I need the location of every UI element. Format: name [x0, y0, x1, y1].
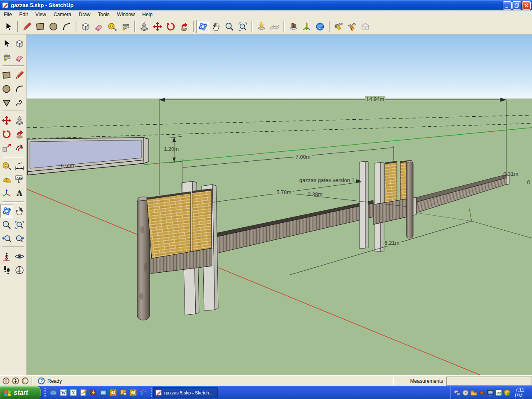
minimize-button[interactable]: [503, 1, 512, 10]
warehouse-button[interactable]: [359, 20, 372, 33]
paint-bucket-button[interactable]: [0, 50, 13, 64]
menu-view[interactable]: View: [32, 11, 50, 18]
menu-edit[interactable]: Edit: [15, 11, 32, 18]
outlook-express-icon[interactable]: [50, 389, 57, 396]
offset-button[interactable]: [13, 141, 26, 155]
zoom-extents-button[interactable]: [13, 218, 26, 232]
status-moon-icon[interactable]: [22, 377, 29, 384]
rectangle-button[interactable]: [0, 68, 13, 82]
status-bulb-icon[interactable]: [2, 377, 10, 384]
dimension-label-post-width[interactable]: 0.38m: [308, 191, 323, 197]
left-brick-panel[interactable]: [147, 192, 191, 259]
axes-button[interactable]: [0, 186, 13, 200]
scale-button[interactable]: [0, 141, 13, 155]
address-book-icon[interactable]: [120, 389, 127, 396]
folder-sync-tray-icon[interactable]: [470, 389, 477, 396]
menu-draw[interactable]: Draw: [75, 11, 94, 18]
arc-button[interactable]: [60, 20, 74, 33]
eraser-button[interactable]: [92, 20, 106, 33]
text-button[interactable]: ABC: [13, 172, 26, 186]
move-button[interactable]: [151, 20, 164, 33]
menu-help[interactable]: Help: [138, 11, 156, 18]
position-camera-button[interactable]: [0, 249, 13, 263]
menu-file[interactable]: File: [0, 11, 15, 18]
zoom-extents-button[interactable]: [236, 20, 249, 33]
excel-icon[interactable]: X: [70, 389, 77, 396]
display-settings-tray-icon[interactable]: [487, 389, 494, 396]
push-pull-button[interactable]: [138, 20, 151, 33]
measurements-input[interactable]: [446, 377, 532, 386]
next-view-button[interactable]: [13, 232, 26, 245]
pan-button[interactable]: [209, 20, 223, 33]
circle-button[interactable]: [47, 20, 60, 33]
start-button[interactable]: start: [0, 386, 41, 399]
dimension-label-rail-height[interactable]: 0.31m: [503, 171, 518, 177]
messenger-icon[interactable]: [100, 389, 107, 396]
clock[interactable]: 7:11 PM: [515, 387, 532, 399]
dimension-label-overall-width[interactable]: 14.94m: [365, 96, 385, 102]
tape-measure-button[interactable]: [0, 159, 13, 172]
walk-button[interactable]: [0, 263, 13, 277]
google-earth-button[interactable]: [313, 20, 327, 33]
polygon-button[interactable]: [0, 96, 13, 109]
model-viewport[interactable]: 14.94m 1.20m 7.00m 6.55m 5.78m 0.38m gaz…: [27, 34, 532, 375]
3d-text-button[interactable]: AA: [13, 186, 26, 200]
close-button[interactable]: [522, 1, 531, 10]
push-pull-button[interactable]: [13, 113, 26, 127]
rotate-button[interactable]: [164, 20, 177, 33]
line-button[interactable]: [20, 20, 34, 33]
network-tray-icon[interactable]: [454, 389, 461, 396]
right-brick-panel[interactable]: [385, 162, 397, 207]
arc-button[interactable]: [13, 82, 26, 96]
select-button[interactable]: [2, 20, 15, 33]
make-component-button[interactable]: [79, 20, 92, 33]
taskbar-grip[interactable]: [44, 388, 46, 397]
left-log-post[interactable]: [137, 197, 150, 320]
antivirus-shield-tray-icon[interactable]: [504, 389, 510, 396]
rotate-button[interactable]: [0, 127, 13, 141]
zoom-button[interactable]: [0, 218, 13, 232]
taskbar-grip[interactable]: [151, 388, 152, 397]
circle-button[interactable]: [0, 82, 13, 96]
pan-button[interactable]: [13, 204, 26, 218]
place-model-button[interactable]: [300, 20, 313, 33]
menu-window[interactable]: Window: [113, 11, 139, 18]
dimension-label-gate-width[interactable]: 5.78m: [275, 189, 293, 195]
previous-view-button[interactable]: [0, 232, 13, 245]
3d-scene[interactable]: [27, 34, 532, 375]
menu-camera[interactable]: Camera: [50, 11, 75, 18]
word-icon[interactable]: W: [60, 389, 67, 396]
look-around-button[interactable]: [13, 249, 26, 263]
eraser-button[interactable]: [13, 50, 26, 64]
model-note-text[interactable]: gazzas gates version 1: [299, 177, 355, 183]
tape-measure-button[interactable]: [106, 20, 119, 33]
menu-tools[interactable]: Tools: [94, 11, 113, 18]
taskbar-task-button[interactable]: gazzas 5.skp - Sketch...: [153, 387, 218, 398]
media-player-icon[interactable]: [90, 389, 97, 396]
make-component-button[interactable]: [13, 37, 26, 50]
line-button[interactable]: [13, 68, 26, 82]
status-figure-icon[interactable]: [12, 377, 19, 384]
share-model-button[interactable]: [345, 20, 359, 33]
get-current-view-button[interactable]: [255, 20, 268, 33]
dimension-label-gate-span[interactable]: 7.00m: [294, 154, 312, 160]
restore-button[interactable]: [512, 1, 521, 10]
dimension-label-height-offset[interactable]: 1.20m: [164, 146, 179, 152]
paint-bucket-button[interactable]: [119, 20, 132, 33]
audio-device-tray-icon[interactable]: [462, 389, 469, 396]
follow-me-button[interactable]: [177, 20, 191, 33]
volume-tray-icon[interactable]: [479, 389, 485, 396]
follow-me-button[interactable]: [13, 127, 26, 141]
move-button[interactable]: [0, 113, 13, 127]
scheduler-icon[interactable]: [110, 389, 117, 396]
section-plane-button[interactable]: CR-S: [13, 263, 26, 277]
help-icon[interactable]: ?: [38, 377, 45, 384]
toggle-terrain-button[interactable]: [268, 20, 281, 33]
select-button[interactable]: [0, 37, 13, 50]
orbit-button[interactable]: [0, 204, 13, 218]
zoom-button[interactable]: [223, 20, 236, 33]
dimension-label-depth[interactable]: 6.21m: [383, 240, 401, 246]
dimension-label-panel-length[interactable]: 6.55m: [61, 163, 76, 169]
dimension-button[interactable]: [13, 159, 26, 172]
clock-icon[interactable]: [130, 389, 137, 396]
